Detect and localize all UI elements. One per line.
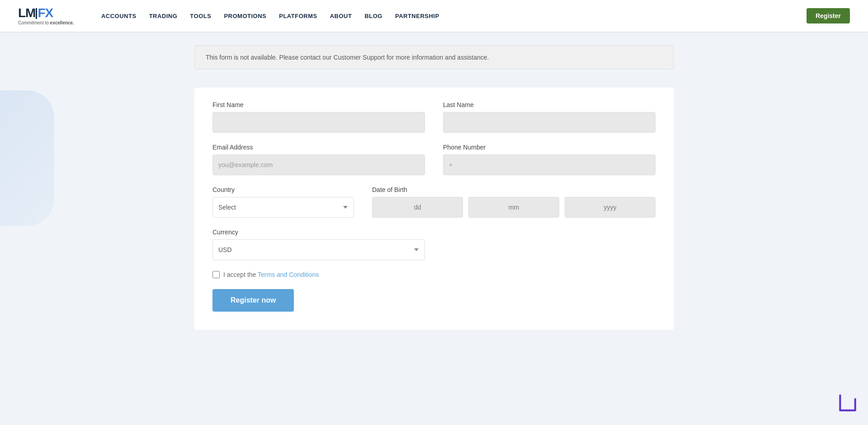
last-name-group: Last Name	[443, 101, 656, 133]
last-name-label: Last Name	[443, 101, 656, 108]
last-name-input[interactable]	[443, 112, 656, 133]
register-header-button[interactable]: Register	[807, 8, 850, 23]
terms-link[interactable]: Terms and Conditions	[258, 271, 319, 278]
form-row-name: First Name Last Name	[212, 101, 656, 133]
currency-group: Currency USD EUR GBP	[212, 229, 425, 260]
phone-group: Phone Number	[443, 144, 656, 175]
lc-icon-container	[836, 392, 859, 416]
nav-trading[interactable]: TRADING	[149, 13, 178, 19]
terms-row: I accept the Terms and Conditions	[212, 271, 656, 278]
decorative-blob	[0, 90, 54, 226]
form-row-currency: Currency USD EUR GBP	[212, 229, 656, 260]
logo-text: LMFX	[18, 7, 74, 19]
alert-banner: This form is not available. Please conta…	[194, 45, 674, 70]
first-name-group: First Name	[212, 101, 425, 133]
currency-placeholder-group	[443, 229, 656, 260]
phone-label: Phone Number	[443, 144, 656, 151]
first-name-label: First Name	[212, 101, 425, 108]
first-name-input[interactable]	[212, 112, 425, 133]
register-now-button[interactable]: Register now	[212, 289, 294, 312]
dob-label: Date of Birth	[372, 186, 656, 193]
email-label: Email Address	[212, 144, 425, 151]
phone-input[interactable]	[443, 154, 656, 175]
form-row-contact: Email Address Phone Number	[212, 144, 656, 175]
nav-partnership[interactable]: PARTNERSHIP	[395, 13, 439, 19]
lc-icon	[836, 392, 859, 414]
main-content: This form is not available. Please conta…	[185, 45, 683, 330]
header: LMFX Commitment to excellence. ACCOUNTS …	[0, 0, 868, 32]
nav-accounts[interactable]: ACCOUNTS	[101, 13, 137, 19]
terms-prefix: I accept the	[223, 271, 258, 278]
country-group: Country Select	[212, 186, 354, 218]
dob-month-input[interactable]	[468, 197, 559, 218]
dob-inputs	[372, 197, 656, 218]
nav-tools[interactable]: TOOLS	[190, 13, 211, 19]
alert-message: This form is not available. Please conta…	[206, 54, 489, 61]
terms-checkbox[interactable]	[212, 271, 220, 278]
nav-promotions[interactable]: PROMOTIONS	[224, 13, 266, 19]
dob-year-input[interactable]	[565, 197, 656, 218]
form-row-country-dob: Country Select Date of Birth	[212, 186, 656, 218]
logo[interactable]: LMFX Commitment to excellence.	[18, 7, 74, 25]
currency-select-wrapper: USD EUR GBP	[212, 239, 425, 260]
currency-select[interactable]: USD EUR GBP	[212, 239, 425, 260]
dob-group: Date of Birth	[372, 186, 656, 218]
email-group: Email Address	[212, 144, 425, 175]
country-select-wrapper: Select	[212, 197, 354, 218]
dob-day-input[interactable]	[372, 197, 463, 218]
nav-about[interactable]: ABOUT	[330, 13, 352, 19]
email-input[interactable]	[212, 154, 425, 175]
registration-form: First Name Last Name Email Address Phone…	[194, 88, 674, 330]
nav-platforms[interactable]: PLATFORMS	[279, 13, 317, 19]
terms-label[interactable]: I accept the Terms and Conditions	[223, 271, 319, 278]
currency-label: Currency	[212, 229, 425, 236]
main-nav: ACCOUNTS TRADING TOOLS PROMOTIONS PLATFO…	[101, 8, 850, 23]
country-label: Country	[212, 186, 354, 193]
logo-tagline: Commitment to excellence.	[18, 20, 74, 25]
country-select[interactable]: Select	[212, 197, 354, 218]
nav-blog[interactable]: BLOG	[364, 13, 382, 19]
